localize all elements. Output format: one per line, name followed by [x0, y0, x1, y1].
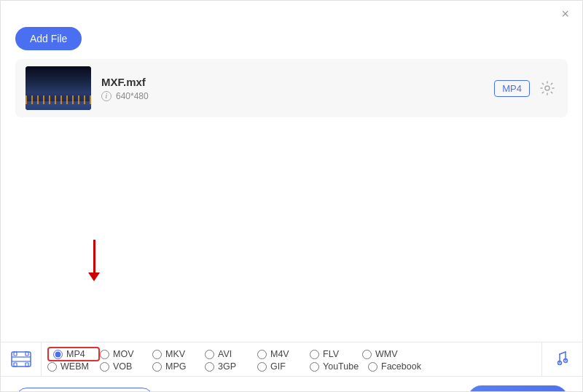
add-file-button[interactable]: Add File — [15, 27, 82, 50]
format-mkv[interactable]: MKV — [152, 349, 205, 359]
format-grid: MP4 MOV MKV AVI M4V FLV — [42, 342, 541, 376]
audio-format-icon-area[interactable] — [541, 342, 582, 376]
file-actions: MP4 — [494, 78, 557, 98]
format-picker: MP4 MOV MKV AVI M4V FLV — [1, 342, 582, 376]
format-avi[interactable]: AVI — [205, 349, 257, 359]
format-youtube[interactable]: YouTube — [310, 361, 368, 372]
file-item: MXF.mxf i 640*480 MP4 — [15, 59, 568, 117]
format-mpg[interactable]: MPG — [152, 361, 205, 372]
format-wmv[interactable]: WMV — [362, 349, 415, 359]
film-icon — [10, 348, 32, 370]
middle-area — [1, 225, 582, 342]
format-3gp[interactable]: 3GP — [205, 361, 257, 372]
format-gif[interactable]: GIF — [257, 361, 310, 372]
convert-button[interactable]: Convert — [468, 385, 568, 391]
format-flv[interactable]: FLV — [310, 349, 362, 359]
bottom-bar: Install Desktop Version Convert — [1, 376, 582, 391]
music-icon — [552, 349, 573, 369]
file-thumbnail — [26, 66, 91, 110]
format-mov[interactable]: MOV — [100, 349, 152, 359]
install-desktop-button[interactable]: Install Desktop Version — [15, 388, 154, 392]
toolbar: Add File — [1, 27, 582, 59]
file-resolution: 640*480 — [116, 91, 149, 101]
arrow-head — [88, 273, 100, 281]
content-area: MP4 MOV MKV AVI M4V FLV — [1, 225, 582, 391]
format-vob[interactable]: VOB — [100, 361, 152, 372]
info-icon: i — [101, 91, 111, 101]
svg-point-0 — [545, 86, 549, 90]
gear-icon — [540, 81, 555, 95]
arrow-indicator — [88, 240, 100, 281]
video-format-icon-area — [1, 342, 42, 376]
arrow-shaft — [93, 240, 95, 273]
format-webm[interactable]: WEBM — [47, 361, 100, 372]
format-row-1: MP4 MOV MKV AVI M4V FLV — [47, 347, 536, 361]
close-button[interactable]: × — [557, 6, 574, 22]
file-info: MXF.mxf i 640*480 — [101, 76, 484, 101]
format-row-2: WEBM VOB MPG 3GP GIF YouT — [47, 361, 536, 372]
settings-button[interactable] — [537, 78, 557, 98]
format-badge-button[interactable]: MP4 — [494, 80, 530, 97]
title-bar: × — [1, 1, 582, 27]
file-list: MXF.mxf i 640*480 MP4 — [1, 59, 582, 225]
format-m4v[interactable]: M4V — [257, 349, 310, 359]
file-meta: i 640*480 — [101, 91, 484, 101]
file-name: MXF.mxf — [101, 76, 484, 88]
app-window: × Add File MXF.mxf i 640*480 MP4 — [1, 1, 582, 391]
format-facebook[interactable]: Facebook — [368, 361, 426, 372]
svg-rect-1 — [12, 352, 31, 366]
format-mp4[interactable]: MP4 — [47, 347, 100, 361]
